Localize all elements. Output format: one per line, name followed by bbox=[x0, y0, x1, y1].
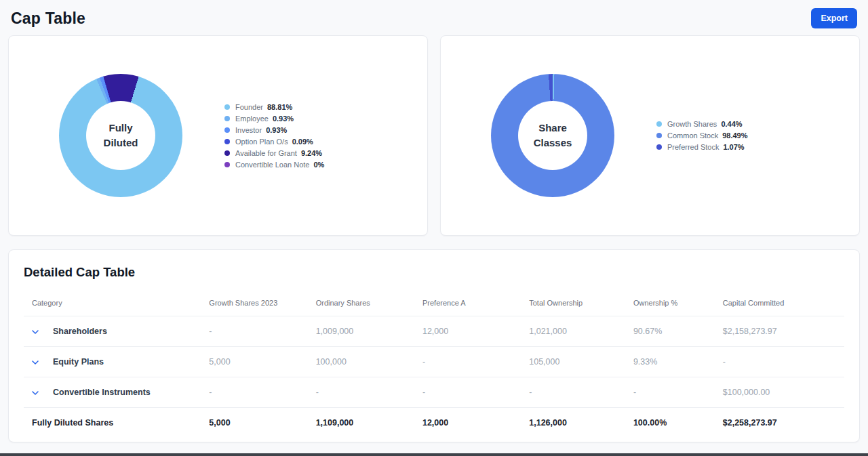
legend-value: 0.93% bbox=[266, 126, 287, 134]
legend-value: 0.09% bbox=[292, 138, 313, 146]
legend-item[interactable]: Investor 0.93% bbox=[224, 126, 324, 134]
legend-color-dot bbox=[656, 144, 662, 150]
legend-label: Option Plan O/s bbox=[235, 138, 288, 146]
table-cell: - bbox=[201, 316, 307, 347]
table-cell: 12,000 bbox=[414, 408, 521, 438]
section-title: Detailed Cap Table bbox=[24, 265, 844, 280]
chevron-down-icon[interactable] bbox=[32, 388, 40, 397]
table-footer-row: Fully Diluted Shares5,0001,109,00012,000… bbox=[24, 408, 844, 438]
page-header: Cap Table Export bbox=[0, 0, 868, 35]
legend-color-dot bbox=[656, 121, 662, 127]
category-label: Equity Plans bbox=[53, 357, 104, 367]
legend-item[interactable]: Option Plan O/s 0.09% bbox=[224, 138, 324, 146]
cap-table: CategoryGrowth Shares 2023Ordinary Share… bbox=[24, 295, 844, 438]
column-header: Ordinary Shares bbox=[308, 295, 414, 316]
legend-label: Investor bbox=[235, 126, 262, 134]
table-cell: - bbox=[414, 347, 521, 377]
legend-color-dot bbox=[224, 162, 230, 167]
table-row: Shareholders -1,009,00012,0001,021,00090… bbox=[24, 316, 844, 347]
table-cell: - bbox=[308, 377, 414, 408]
legend-item[interactable]: Growth Shares 0.44% bbox=[656, 120, 748, 128]
legend-label: Founder bbox=[235, 103, 263, 111]
legend-value: 98.49% bbox=[722, 131, 747, 140]
legend-color-dot bbox=[656, 133, 662, 138]
table-cell: $100,000.00 bbox=[715, 377, 844, 408]
column-header: Preference A bbox=[414, 295, 521, 316]
legend-color-dot bbox=[224, 116, 230, 121]
legend-value: 0% bbox=[313, 161, 324, 169]
page-bottom-bar bbox=[0, 453, 868, 456]
table-cell: 9.33% bbox=[625, 347, 715, 377]
share-classes-donut-chart: Share Classes bbox=[491, 74, 614, 197]
chart-center-label: Share Classes bbox=[528, 121, 577, 150]
category-cell: Convertible Instruments bbox=[24, 377, 201, 408]
category-label: Shareholders bbox=[53, 327, 107, 336]
legend-color-dot bbox=[224, 127, 230, 133]
export-button[interactable]: Export bbox=[811, 8, 857, 28]
table-cell: $2,158,273.97 bbox=[715, 316, 844, 347]
category-cell: Shareholders bbox=[24, 316, 201, 347]
table-cell: 100,000 bbox=[308, 347, 414, 377]
legend-label: Common Stock bbox=[667, 131, 718, 140]
chevron-down-icon[interactable] bbox=[32, 327, 40, 336]
table-cell: - bbox=[521, 377, 625, 408]
legend-label: Growth Shares bbox=[667, 120, 717, 128]
chevron-down-icon[interactable] bbox=[32, 357, 40, 367]
donut-hole: Share Classes bbox=[518, 101, 587, 170]
column-header: Category bbox=[24, 295, 201, 316]
table-cell: 1,126,000 bbox=[521, 408, 625, 438]
chart-center-label: Fully Diluted bbox=[96, 121, 145, 150]
legend-label: Convertible Loan Note bbox=[235, 161, 309, 169]
legend-label: Employee bbox=[235, 115, 269, 123]
legend-value: 0.93% bbox=[273, 115, 294, 123]
table-cell: 5,000 bbox=[201, 347, 307, 377]
charts-row: Fully Diluted Founder 88.81% Employee 0.… bbox=[0, 35, 868, 236]
category-cell: Fully Diluted Shares bbox=[24, 408, 201, 438]
legend-value: 9.24% bbox=[301, 149, 322, 157]
chart-legend: Growth Shares 0.44% Common Stock 98.49% … bbox=[656, 117, 748, 154]
table-cell: 100.00% bbox=[625, 408, 715, 438]
table-row: Convertible Instruments -----$100,000.00 bbox=[24, 377, 844, 408]
table-header-row: CategoryGrowth Shares 2023Ordinary Share… bbox=[24, 295, 844, 316]
category-label: Convertible Instruments bbox=[53, 388, 151, 397]
category-label: Fully Diluted Shares bbox=[32, 418, 113, 428]
table-body: Shareholders -1,009,00012,0001,021,00090… bbox=[24, 316, 844, 438]
legend-item[interactable]: Convertible Loan Note 0% bbox=[224, 161, 324, 169]
legend-item[interactable]: Preferred Stock 1.07% bbox=[656, 143, 748, 151]
column-header: Total Ownership bbox=[521, 295, 625, 316]
fully-diluted-donut-chart: Fully Diluted bbox=[59, 74, 182, 197]
legend-value: 88.81% bbox=[267, 103, 292, 111]
legend-item[interactable]: Founder 88.81% bbox=[224, 103, 324, 111]
fully-diluted-chart-card: Fully Diluted Founder 88.81% Employee 0.… bbox=[8, 35, 428, 236]
legend-color-dot bbox=[224, 150, 230, 156]
page-title: Cap Table bbox=[11, 9, 85, 28]
table-cell: 90.67% bbox=[625, 316, 715, 347]
table-cell: - bbox=[715, 347, 844, 377]
legend-item[interactable]: Employee 0.93% bbox=[224, 115, 324, 123]
column-header: Ownership % bbox=[625, 295, 715, 316]
legend-color-dot bbox=[224, 104, 230, 110]
donut-hole: Fully Diluted bbox=[86, 101, 155, 170]
legend-color-dot bbox=[224, 139, 230, 144]
category-cell: Equity Plans bbox=[24, 347, 201, 377]
column-header: Capital Committed bbox=[715, 295, 844, 316]
table-cell: 5,000 bbox=[201, 408, 307, 438]
table-cell: 105,000 bbox=[521, 347, 625, 377]
legend-item[interactable]: Common Stock 98.49% bbox=[656, 131, 748, 140]
share-classes-chart-card: Share Classes Growth Shares 0.44% Common… bbox=[440, 35, 860, 236]
chart-legend: Founder 88.81% Employee 0.93% Investor 0… bbox=[224, 100, 324, 172]
legend-value: 0.44% bbox=[721, 120, 742, 128]
table-cell: 1,009,000 bbox=[308, 316, 414, 347]
legend-item[interactable]: Available for Grant 9.24% bbox=[224, 149, 324, 157]
detailed-cap-table-card: Detailed Cap Table CategoryGrowth Shares… bbox=[8, 249, 860, 442]
table-cell: $2,258,273.97 bbox=[715, 408, 844, 438]
legend-value: 1.07% bbox=[723, 143, 744, 151]
table-cell: 12,000 bbox=[414, 316, 521, 347]
column-header: Growth Shares 2023 bbox=[201, 295, 307, 316]
table-cell: 1,109,000 bbox=[308, 408, 414, 438]
legend-label: Available for Grant bbox=[235, 149, 297, 157]
table-cell: - bbox=[414, 377, 521, 408]
legend-label: Preferred Stock bbox=[667, 143, 719, 151]
table-cell: - bbox=[625, 377, 715, 408]
table-row: Equity Plans 5,000100,000-105,0009.33%- bbox=[24, 347, 844, 377]
